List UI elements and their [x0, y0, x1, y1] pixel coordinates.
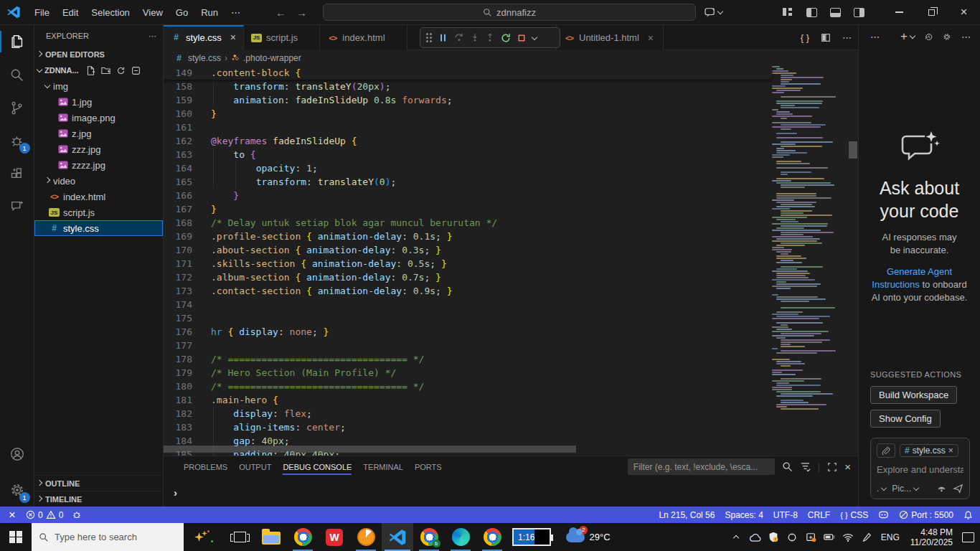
tree-item-script.js[interactable]: JSscript.js: [34, 204, 163, 220]
activity-source-control[interactable]: [0, 91, 34, 124]
code-editor[interactable]: 149.content-block { 158 transform: trans…: [164, 66, 858, 456]
send-icon[interactable]: [953, 484, 963, 494]
code-line[interactable]: 173.contact-section { animation-delay: 0…: [164, 284, 858, 298]
code-line[interactable]: 181.main-hero {: [164, 393, 858, 407]
chrome-app-2[interactable]: b: [413, 523, 445, 551]
filter-icon[interactable]: [800, 461, 811, 472]
tree-item-img[interactable]: img: [34, 78, 163, 94]
tab-index.html[interactable]: <>index.html×: [320, 25, 407, 50]
close-tab-icon[interactable]: ×: [230, 32, 236, 43]
tab-Untitled-1.html[interactable]: <>Untitled-1.html×: [556, 25, 664, 50]
voice-input-icon[interactable]: [936, 484, 947, 494]
task-view-button[interactable]: [224, 523, 255, 551]
tray-circle-icon[interactable]: [786, 532, 798, 542]
chrome-app-1[interactable]: [287, 523, 319, 551]
debug-step-into-icon[interactable]: [471, 33, 479, 42]
maximize-panel-icon[interactable]: [827, 462, 837, 472]
eol-status[interactable]: CRLF: [808, 510, 830, 520]
toggle-panel-icon[interactable]: [830, 8, 841, 17]
close-button[interactable]: ×: [948, 0, 980, 25]
wifi-icon[interactable]: [842, 533, 854, 542]
notifications-status[interactable]: [963, 510, 973, 520]
activity-chat[interactable]: [0, 190, 34, 223]
remove-context-icon[interactable]: ×: [948, 446, 953, 456]
editor-more-icon[interactable]: ⋯: [842, 32, 852, 43]
code-line[interactable]: 180/* ================================ *…: [164, 380, 858, 393]
format-icon[interactable]: { }: [801, 32, 809, 43]
open-editors-section[interactable]: OPEN EDITORS: [34, 47, 163, 62]
model-picker[interactable]: Pic...: [892, 484, 918, 494]
code-line[interactable]: 183 align-items: center;: [164, 420, 858, 434]
menu-file[interactable]: File: [28, 0, 56, 25]
code-line[interactable]: 170.about-section { animation-delay: 0.3…: [164, 243, 858, 257]
power-plug-icon[interactable]: [824, 533, 836, 541]
chevron-down-icon[interactable]: [532, 34, 537, 39]
tab-style.css[interactable]: #style.css×: [164, 25, 244, 50]
debug-restart-icon[interactable]: [501, 33, 511, 43]
chat-history-icon[interactable]: [925, 32, 933, 42]
code-line[interactable]: 169.profile-section { animation-delay: 0…: [164, 230, 858, 243]
tab-script.js[interactable]: JSscript.js×: [244, 25, 320, 50]
refresh-icon[interactable]: [116, 66, 126, 75]
code-line-sticky[interactable]: 149.content-block {: [164, 66, 772, 80]
console-filter-input[interactable]: Filter (e.g. text, !exclude, \esca...: [628, 458, 775, 475]
tree-item-image.png[interactable]: image.png: [34, 110, 163, 126]
vscode-app[interactable]: [382, 523, 413, 551]
activity-account[interactable]: [0, 438, 34, 471]
notification-center-icon[interactable]: [962, 532, 974, 542]
file-explorer-app[interactable]: [255, 523, 287, 551]
code-line[interactable]: 164 opacity: 1;: [164, 161, 858, 175]
taskbar-search[interactable]: Type here to search: [32, 523, 184, 551]
indentation-status[interactable]: Spaces: 4: [725, 510, 763, 520]
timeline-section[interactable]: TIMELINE: [34, 491, 163, 507]
tree-item-zzz.jpg[interactable]: zzz.jpg: [34, 141, 163, 157]
code-line[interactable]: 167}: [164, 202, 858, 216]
language-status[interactable]: { }CSS: [840, 510, 868, 520]
sticky-scroll-line[interactable]: 149.content-block {: [164, 66, 772, 80]
code-line[interactable]: 174: [164, 298, 858, 311]
start-button[interactable]: [0, 523, 32, 551]
command-center-search[interactable]: zdnnafizz: [323, 4, 696, 21]
copilot-titlebar-button[interactable]: [705, 7, 722, 17]
code-line[interactable]: 172.album-section { animation-delay: 0.7…: [164, 270, 858, 284]
tree-item-z.jpg[interactable]: z.jpg: [34, 126, 163, 141]
activity-explorer[interactable]: [0, 25, 34, 58]
code-line[interactable]: 176hr { display: none; }: [164, 325, 858, 339]
vertical-scrollbar[interactable]: [849, 141, 857, 159]
menu-view[interactable]: View: [136, 0, 169, 25]
wps-app[interactable]: W: [319, 523, 350, 551]
menu-go[interactable]: Go: [169, 0, 194, 25]
new-chat-button[interactable]: +: [900, 29, 915, 44]
code-line[interactable]: 160}: [164, 107, 858, 121]
panel-tab-problems[interactable]: PROBLEMS: [178, 456, 233, 478]
taskbar-clock[interactable]: 4:48 PM 11/20/2025: [910, 527, 953, 547]
panel-tab-terminal[interactable]: TERMINAL: [357, 456, 409, 478]
taskbar-copilot[interactable]: [184, 523, 224, 551]
new-file-icon[interactable]: [86, 66, 95, 75]
minimap[interactable]: [772, 66, 848, 425]
tree-item-1.jpg[interactable]: 1.jpg: [34, 94, 163, 110]
explorer-more-icon[interactable]: ⋯: [149, 32, 157, 41]
edge-app[interactable]: [445, 523, 476, 551]
copilot-status[interactable]: [878, 510, 889, 519]
debug-pause-icon[interactable]: [438, 33, 448, 42]
battery-widget-app[interactable]: 1:16: [508, 523, 555, 551]
debug-status[interactable]: [72, 510, 82, 519]
console-prompt[interactable]: ›: [174, 486, 177, 499]
nav-forward-icon[interactable]: →: [296, 6, 307, 19]
code-line[interactable]: 158 transform: translateY(20px);: [164, 80, 858, 93]
encoding-status[interactable]: UTF-8: [773, 510, 798, 520]
tree-item-video[interactable]: video: [34, 173, 163, 189]
code-line[interactable]: 166 }: [164, 189, 858, 202]
close-tab-icon[interactable]: ×: [648, 32, 654, 44]
chat-settings-gear-icon[interactable]: [943, 32, 951, 42]
panel-tab-debug-console[interactable]: DEBUG CONSOLE: [277, 456, 357, 478]
tree-item-index.html[interactable]: <>index.html: [34, 189, 163, 204]
attach-context-button[interactable]: [877, 443, 895, 458]
build-workspace-button[interactable]: Build Workspace: [870, 386, 957, 404]
tray-app-update-icon[interactable]: [805, 532, 817, 542]
panel-tab-ports[interactable]: PORTS: [409, 456, 448, 478]
code-line[interactable]: 165 transform: translateY(0);: [164, 175, 858, 189]
debug-step-over-icon[interactable]: [454, 33, 464, 42]
breadcrumb-file[interactable]: style.css: [188, 53, 221, 63]
